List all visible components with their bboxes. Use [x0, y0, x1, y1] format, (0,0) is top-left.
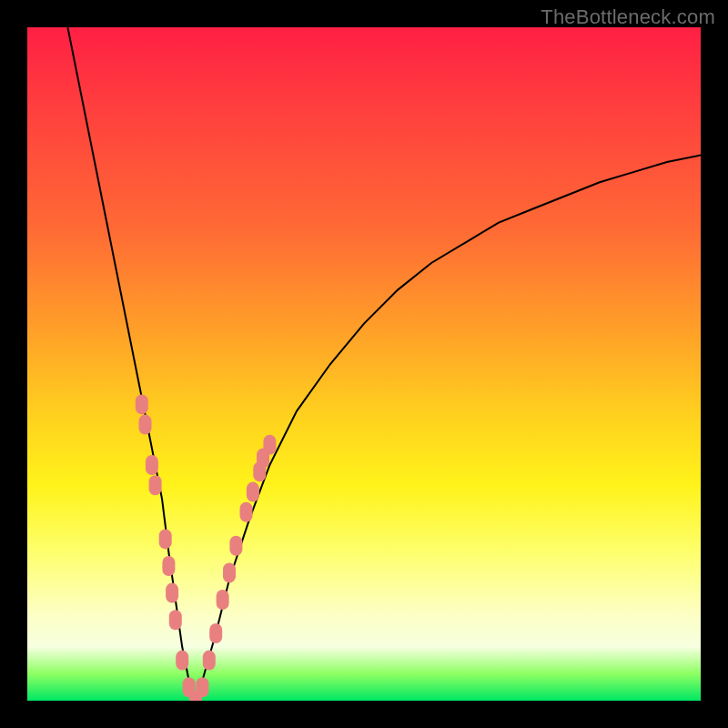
marker: [196, 677, 208, 697]
marker: [240, 502, 253, 522]
marker: [247, 482, 259, 502]
marker: [169, 610, 182, 630]
curve-path-group: [67, 27, 701, 701]
marker: [183, 677, 196, 697]
marker: [189, 691, 202, 701]
marker: [223, 562, 236, 582]
marker: [149, 475, 162, 495]
chart-svg: [27, 27, 701, 701]
marker: [139, 415, 152, 435]
marker: [176, 651, 188, 671]
highlighted-markers: [136, 394, 277, 701]
marker: [203, 651, 216, 671]
marker: [257, 449, 269, 469]
marker: [159, 529, 172, 549]
marker: [166, 583, 178, 603]
marker: [217, 590, 229, 610]
marker: [162, 556, 175, 576]
marker: [263, 435, 276, 455]
marker: [209, 623, 222, 643]
bottleneck-curve: [67, 27, 701, 701]
marker: [136, 394, 148, 414]
chart-plot-area: [27, 27, 701, 701]
watermark-text: TheBottleneck.com: [541, 5, 715, 29]
marker: [229, 536, 242, 556]
chart-frame: TheBottleneck.com: [0, 0, 728, 728]
marker: [146, 455, 158, 475]
marker: [253, 461, 266, 481]
